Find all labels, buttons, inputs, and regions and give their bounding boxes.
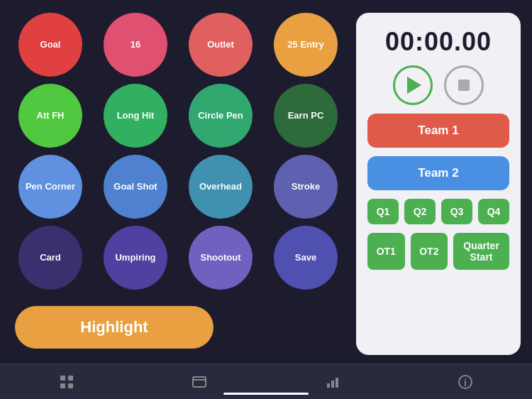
- attfh-button[interactable]: Att FH: [18, 84, 82, 148]
- svg-rect-4: [193, 377, 206, 387]
- quarter-start-button[interactable]: Quarter Start: [453, 233, 509, 270]
- tab-card[interactable]: [191, 373, 208, 390]
- save-button[interactable]: Save: [274, 226, 338, 290]
- info-icon: [457, 373, 474, 390]
- pencorner-button[interactable]: Pen Corner: [18, 155, 82, 219]
- q2-button[interactable]: Q2: [404, 199, 436, 224]
- action-grid: Goal 16 Outlet 25 Entry Att FH Long Hit …: [11, 13, 345, 355]
- card-button[interactable]: Card: [18, 226, 82, 290]
- tab-info[interactable]: [457, 373, 474, 390]
- stroke-button[interactable]: Stroke: [274, 155, 338, 219]
- overhead-button[interactable]: Overhead: [189, 155, 253, 219]
- longhit-button[interactable]: Long Hit: [104, 84, 167, 148]
- ot2-button[interactable]: OT2: [411, 233, 448, 270]
- svg-rect-3: [68, 383, 73, 388]
- stop-icon: [458, 80, 470, 91]
- goalshot-button[interactable]: Goal Shot: [104, 155, 167, 219]
- main-area: Goal 16 Outlet 25 Entry Att FH Long Hit …: [0, 0, 532, 364]
- svg-rect-8: [336, 378, 338, 388]
- ot1-button[interactable]: OT1: [367, 233, 405, 270]
- play-icon: [407, 77, 421, 94]
- q4-button[interactable]: Q4: [478, 199, 509, 224]
- team2-button[interactable]: Team 2: [367, 156, 509, 190]
- q3-button[interactable]: Q3: [441, 199, 472, 224]
- play-button[interactable]: [393, 65, 433, 105]
- tab-grid[interactable]: [58, 373, 75, 390]
- q1-button[interactable]: Q1: [367, 199, 399, 224]
- shootout-button[interactable]: Shootout: [189, 226, 253, 290]
- svg-rect-1: [68, 376, 73, 381]
- quarter-grid: Q1 Q2 Q3 Q4: [367, 199, 509, 224]
- outlet-button[interactable]: Outlet: [189, 13, 253, 77]
- 25entry-button[interactable]: 25 Entry: [274, 13, 338, 77]
- grid-icon: [58, 373, 75, 390]
- team1-button[interactable]: Team 1: [367, 114, 509, 148]
- svg-rect-6: [327, 383, 330, 388]
- tab-indicator: [223, 393, 309, 395]
- highlight-button[interactable]: Highlight: [15, 306, 214, 349]
- goal-button[interactable]: Goal: [18, 13, 82, 77]
- earnpc-button[interactable]: Earn PC: [274, 84, 338, 148]
- tab-stats[interactable]: [324, 373, 341, 390]
- circlepen-button[interactable]: Circle Pen: [189, 84, 253, 148]
- svg-rect-7: [331, 381, 334, 388]
- card-icon: [191, 373, 208, 390]
- timer-controls: [393, 65, 484, 105]
- svg-rect-2: [60, 383, 65, 388]
- tab-bar: [0, 364, 532, 399]
- umpiring-button[interactable]: Umpiring: [104, 226, 167, 290]
- svg-rect-0: [60, 376, 65, 381]
- right-panel: 00:00.00 Team 1 Team 2 Q1 Q2 Q3 Q4 OT1 O…: [356, 13, 521, 355]
- svg-point-11: [465, 378, 466, 380]
- timer-display: 00:00.00: [385, 27, 492, 57]
- bar-chart-icon: [324, 373, 341, 390]
- stop-button[interactable]: [444, 65, 484, 105]
- 16-button[interactable]: 16: [104, 13, 167, 77]
- extra-grid: OT1 OT2 Quarter Start: [367, 233, 509, 270]
